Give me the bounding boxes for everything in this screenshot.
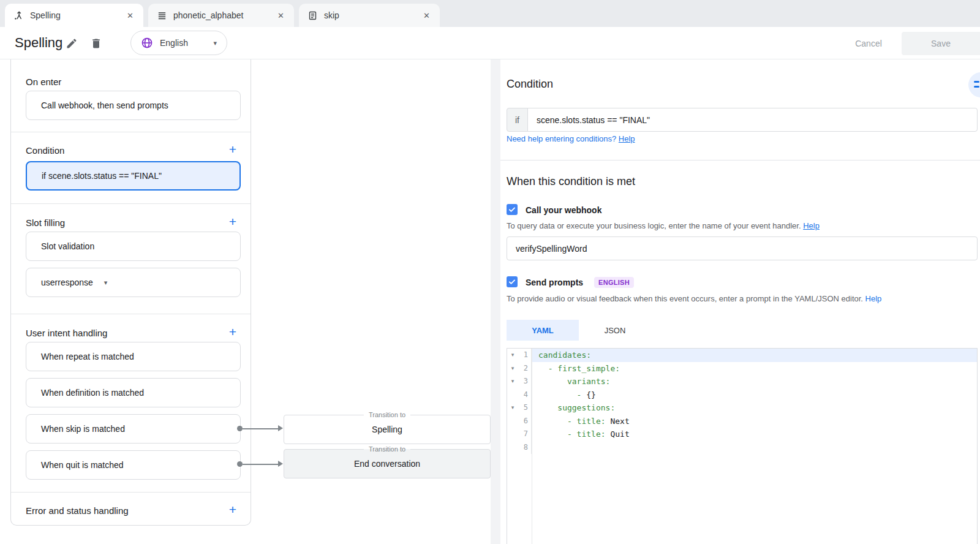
webhook-desc-text: To query data or execute your business l…: [507, 221, 803, 230]
line-number: 1: [518, 349, 532, 362]
code-text: [532, 441, 977, 455]
code-text: - title: Quit: [532, 428, 977, 441]
close-icon[interactable]: ✕: [275, 10, 287, 21]
code-line[interactable]: 8: [507, 441, 977, 455]
code-line[interactable]: 7 - title: Quit: [507, 428, 977, 441]
line-number: 5: [518, 401, 532, 415]
connector-dot: [237, 461, 243, 467]
cancel-button[interactable]: Cancel: [844, 33, 893, 54]
connector-dot: [237, 426, 243, 431]
slot-name-label: userresponse: [41, 278, 93, 287]
chevron-down-icon[interactable]: ▾: [104, 279, 108, 287]
when-met-title: When this condition is met: [507, 175, 635, 188]
code-line[interactable]: 4 - {}: [507, 388, 977, 402]
add-condition-button[interactable]: +: [226, 143, 239, 156]
add-intent-button[interactable]: +: [226, 325, 239, 339]
line-number: 3: [518, 375, 532, 388]
webhook-description: To query data or execute your business l…: [507, 221, 820, 230]
slot-card[interactable]: userresponse ▾: [26, 268, 241, 297]
tab-strip: Spelling ✕ phonetic_alphabet ✕ skip ✕: [0, 0, 980, 27]
add-error-handler-button[interactable]: +: [226, 503, 239, 516]
line-number: 7: [518, 428, 532, 441]
connector-line: [243, 428, 278, 429]
fold-icon[interactable]: [507, 415, 518, 428]
code-line[interactable]: 6 - title: Next: [507, 415, 977, 428]
transition-legend: Transition to: [364, 445, 410, 453]
on-enter-card-label: Call webhook, then send prompts: [41, 100, 168, 110]
condition-card-label: if scene.slots.status == "FINAL": [42, 171, 162, 181]
section-title-slot-filling: Slot filling: [26, 217, 65, 228]
close-icon[interactable]: ✕: [421, 10, 432, 21]
tab-label: phonetic_alphabet: [173, 10, 269, 20]
panel-resizer[interactable]: [491, 59, 500, 544]
fold-icon[interactable]: ▾: [507, 349, 518, 362]
help-link[interactable]: Help: [619, 134, 635, 143]
toolbar: Spelling English ▾ Cancel Save: [0, 27, 980, 59]
connector-line: [243, 464, 278, 465]
transition-box-end-conversation[interactable]: Transition to End conversation: [284, 449, 491, 478]
tab-phonetic-alphabet[interactable]: phonetic_alphabet ✕: [148, 4, 294, 27]
slot-validation-card[interactable]: Slot validation: [26, 232, 241, 261]
content-area: On enter Call webhook, then send prompts…: [0, 59, 980, 544]
section-title-user-intent: User intent handling: [26, 328, 107, 338]
code-text: - title: Next: [532, 415, 977, 428]
event-handler-input[interactable]: verifySpellingWord: [507, 236, 978, 260]
save-button[interactable]: Save: [902, 32, 980, 55]
webhook-checkbox[interactable]: [507, 204, 518, 215]
fold-icon[interactable]: ▾: [507, 362, 518, 376]
on-enter-card[interactable]: Call webhook, then send prompts: [26, 91, 241, 120]
code-text: - first_simple:: [532, 362, 977, 376]
condition-expression-input[interactable]: scene.slots.status == "FINAL": [527, 108, 978, 132]
transition-legend: Transition to: [364, 411, 410, 418]
transition-target: End conversation: [354, 459, 420, 469]
condition-card-selected[interactable]: if scene.slots.status == "FINAL": [26, 161, 241, 191]
code-line[interactable]: ▾2 - first_simple:: [507, 362, 977, 376]
help-link[interactable]: Help: [803, 221, 820, 230]
section-divider: [11, 132, 251, 132]
line-number: 4: [518, 388, 532, 402]
language-label: English: [160, 38, 188, 48]
language-badge: ENGLISH: [594, 277, 634, 288]
section-title-condition: Condition: [26, 145, 64, 156]
section-divider: [11, 314, 251, 314]
fold-icon[interactable]: [507, 388, 518, 402]
panel-action-button[interactable]: [968, 72, 980, 97]
line-number: 8: [518, 441, 532, 455]
fold-icon[interactable]: ▾: [507, 375, 518, 388]
fold-icon[interactable]: ▾: [507, 401, 518, 415]
yaml-editor[interactable]: ▾1candidates: ▾2 - first_simple: ▾3 vari…: [507, 348, 978, 544]
intent-card-label: When definition is matched: [41, 388, 144, 398]
tab-spelling[interactable]: Spelling ✕: [5, 4, 143, 27]
scene-editor-card: On enter Call webhook, then send prompts…: [10, 59, 251, 526]
tab-json[interactable]: JSON: [579, 320, 651, 341]
fold-icon[interactable]: [507, 441, 518, 455]
arrowhead-icon: [278, 425, 283, 431]
delete-icon[interactable]: [90, 37, 105, 52]
fab-glyph: [974, 86, 979, 88]
fold-icon[interactable]: [507, 428, 518, 441]
arrowhead-icon: [278, 461, 283, 467]
intent-card-repeat[interactable]: When repeat is matched: [26, 342, 241, 371]
condition-expression-value: scene.slots.status == "FINAL": [537, 115, 650, 125]
edit-icon[interactable]: [66, 37, 80, 52]
transition-target: Spelling: [372, 425, 402, 434]
intent-card-definition[interactable]: When definition is matched: [26, 378, 241, 407]
intent-card-skip[interactable]: When skip is matched: [26, 414, 241, 444]
help-link[interactable]: Help: [865, 294, 882, 303]
add-slot-button[interactable]: +: [226, 215, 239, 229]
line-number: 2: [518, 362, 532, 376]
code-line[interactable]: ▾3 variants:: [507, 375, 977, 388]
code-line[interactable]: ▾5 suggestions:: [507, 401, 977, 415]
close-icon[interactable]: ✕: [124, 10, 136, 21]
intent-card-quit[interactable]: When quit is matched: [26, 450, 241, 480]
prompts-description: To provide audio or visual feedback when…: [507, 294, 881, 303]
tab-skip[interactable]: skip ✕: [299, 4, 440, 27]
send-prompts-checkbox[interactable]: [507, 276, 518, 287]
prompts-desc-text: To provide audio or visual feedback when…: [507, 294, 865, 303]
transition-box-spelling[interactable]: Transition to Spelling: [284, 415, 491, 444]
if-prefix: if: [507, 108, 528, 132]
language-selector[interactable]: English ▾: [130, 31, 227, 55]
tab-yaml[interactable]: YAML: [507, 320, 579, 341]
code-line[interactable]: ▾1candidates:: [507, 349, 977, 362]
panel-divider: [500, 160, 980, 161]
